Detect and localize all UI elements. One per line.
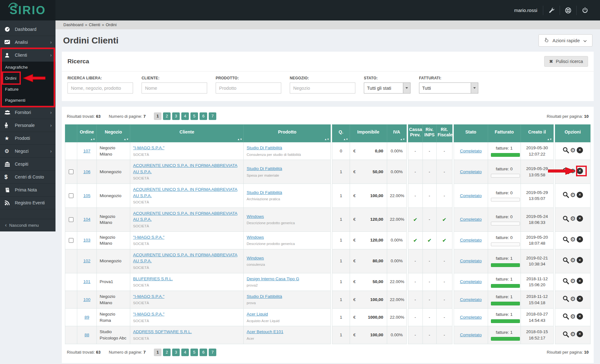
page-button-5[interactable]: 5 xyxy=(190,349,198,356)
prodotto-link[interactable]: Windows xyxy=(247,235,264,240)
order-number-link[interactable]: 107 xyxy=(83,149,90,153)
row-checkbox[interactable] xyxy=(69,217,73,222)
row-checkbox[interactable] xyxy=(69,193,73,198)
sidebar-item-personale[interactable]: Personale › xyxy=(0,119,55,132)
gear-icon[interactable]: ⚙ xyxy=(570,147,576,153)
stato-link[interactable]: Completato xyxy=(460,279,482,284)
cliente-link[interactable]: ADDRESS SOFTWARE S.R.L. xyxy=(133,329,192,334)
sort-arrows-icon[interactable]: ▲▼ xyxy=(90,138,95,141)
clear-search-button[interactable]: ✖ Pulisci ricerca xyxy=(544,56,588,67)
help-lifering-icon[interactable] xyxy=(560,7,576,14)
view-order-icon[interactable] xyxy=(562,236,569,243)
sidebar-subitem-anagrafiche[interactable]: Anagrafiche xyxy=(0,62,55,73)
page-button-4[interactable]: 4 xyxy=(181,112,189,120)
order-number-link[interactable]: 101 xyxy=(83,279,90,284)
sort-arrows-icon[interactable]: ▲▼ xyxy=(400,138,405,141)
order-number-link[interactable]: 106 xyxy=(83,169,90,174)
order-number-link[interactable]: 89 xyxy=(84,315,89,320)
view-order-icon[interactable] xyxy=(562,147,569,153)
sidebar-subitem-fatture[interactable]: Fatture xyxy=(0,84,55,95)
view-order-icon[interactable] xyxy=(562,295,569,302)
prodotto-link[interactable]: Acer Liquid xyxy=(247,312,268,316)
order-number-link[interactable]: 103 xyxy=(83,238,90,242)
gear-icon[interactable]: ⚙ xyxy=(570,215,576,222)
col-header-negozio[interactable]: Negozio▲▼ xyxy=(97,125,130,142)
username[interactable]: mario.rossi xyxy=(509,8,543,13)
fatturati-select[interactable]: Tutti xyxy=(419,82,478,94)
gear-icon[interactable]: ⚙ xyxy=(570,257,576,263)
delete-order-icon[interactable]: ✕ xyxy=(577,215,583,222)
row-checkbox[interactable] xyxy=(69,169,73,174)
cliente-link[interactable]: "I-MAGO S.P.A." xyxy=(133,235,164,240)
sidebar-item-centri-di-costo[interactable]: $ Centri di Costo xyxy=(0,171,55,184)
prodotto-link[interactable]: Studio Di Fattibilità xyxy=(247,145,282,150)
hide-menu-button[interactable]: ‹ Nascondi menu xyxy=(0,219,55,231)
stato-link[interactable]: Completato xyxy=(460,217,482,222)
prodotto-link[interactable]: Windows xyxy=(247,256,264,260)
negozio-input[interactable] xyxy=(290,82,355,94)
delete-order-icon[interactable]: ✕ xyxy=(577,168,583,174)
view-order-icon[interactable] xyxy=(562,215,569,222)
col-header-creato[interactable]: Creato il▲▼ xyxy=(521,125,553,142)
col-header-ordine[interactable]: Ordine▲▼ xyxy=(77,125,97,142)
sidebar-item-prima-nota[interactable]: Prima Nota xyxy=(0,184,55,196)
stato-link[interactable]: Completato xyxy=(460,149,482,153)
prodotto-link[interactable]: Studio Di Fattibilità xyxy=(247,190,282,195)
sort-arrows-icon[interactable]: ▲▼ xyxy=(324,138,329,141)
sidebar-item-analisi[interactable]: Analisi › xyxy=(0,36,55,49)
view-order-icon[interactable] xyxy=(562,313,569,320)
breadcrumb-clienti[interactable]: Clienti xyxy=(89,22,100,27)
prodotto-input[interactable] xyxy=(216,82,281,94)
view-order-icon[interactable] xyxy=(562,331,569,338)
sidebar-item-dashboard[interactable]: Dashboard xyxy=(0,23,55,36)
gear-icon[interactable]: ⚙ xyxy=(570,331,576,337)
order-number-link[interactable]: 104 xyxy=(83,217,90,222)
prodotto-link[interactable]: Design Interno Casa Tipo G xyxy=(247,276,299,281)
app-logo[interactable]: SIRIO xyxy=(0,0,55,20)
stato-link[interactable]: Completato xyxy=(460,315,482,320)
gear-icon[interactable]: ⚙ xyxy=(570,278,576,284)
gear-icon[interactable]: ⚙ xyxy=(570,192,576,198)
prodotto-link[interactable]: Studio Di Fattibilità xyxy=(247,166,282,171)
view-order-icon[interactable] xyxy=(562,191,569,198)
order-number-link[interactable]: 102 xyxy=(83,259,90,263)
delete-order-icon[interactable]: ✕ xyxy=(577,313,583,320)
view-order-icon[interactable] xyxy=(562,278,569,284)
order-number-link[interactable]: 105 xyxy=(83,193,90,198)
sidebar-item-fornitori[interactable]: Fornitori › xyxy=(0,106,55,119)
sidebar-item-registro-eventi[interactable]: Registro Eventi xyxy=(0,196,55,209)
delete-order-icon[interactable]: ✕ xyxy=(577,331,583,337)
delete-order-icon[interactable]: ✕ xyxy=(577,236,583,242)
stato-select[interactable]: Tutti gli stati xyxy=(364,82,411,94)
col-header-iva[interactable]: IVA▲▼ xyxy=(387,125,406,142)
delete-order-icon[interactable]: ✕ xyxy=(577,278,583,284)
cliente-link[interactable]: ACQUIRENTE UNICO S.P.A. IN FORMA ABBREVI… xyxy=(133,211,237,222)
stato-link[interactable]: Completato xyxy=(460,193,482,198)
cliente-link[interactable]: BLUFERRIES S.R.L. xyxy=(133,276,173,281)
page-button-4[interactable]: 4 xyxy=(181,349,189,356)
cliente-link[interactable]: ACQUIRENTE UNICO S.P.A. IN FORMA ABBREVI… xyxy=(133,253,237,264)
sidebar-item-clienti[interactable]: Clienti › xyxy=(0,49,55,62)
breadcrumb-ordini[interactable]: Ordini xyxy=(106,22,117,27)
view-order-icon[interactable] xyxy=(562,168,569,174)
page-button-7[interactable]: 7 xyxy=(209,349,216,356)
cliente-link[interactable]: "I-MAGO S.P.A." xyxy=(133,312,164,316)
gear-icon[interactable]: ⚙ xyxy=(570,313,576,320)
page-button-1[interactable]: 1 xyxy=(154,112,161,120)
page-button-3[interactable]: 3 xyxy=(172,112,180,120)
sort-arrows-icon[interactable]: ▲▼ xyxy=(547,138,552,141)
prodotto-link[interactable]: Windows xyxy=(247,214,264,219)
stato-link[interactable]: Completato xyxy=(460,169,482,174)
delete-order-icon[interactable]: ✕ xyxy=(577,147,583,153)
page-button-5[interactable]: 5 xyxy=(190,112,198,120)
cliente-input[interactable] xyxy=(142,82,207,94)
breadcrumb-dashboard[interactable]: Dashboard xyxy=(63,22,84,27)
page-button-3[interactable]: 3 xyxy=(172,349,180,356)
order-number-link[interactable]: 88 xyxy=(84,333,89,337)
wrench-icon[interactable] xyxy=(543,7,560,13)
page-button-6[interactable]: 6 xyxy=(200,349,207,356)
free-search-input[interactable] xyxy=(67,82,133,94)
sort-arrows-icon[interactable]: ▲▼ xyxy=(343,138,348,141)
prodotto-link[interactable]: Acer Betouch E101 xyxy=(247,329,283,334)
sidebar-item-prodotti[interactable]: ★ Prodotti xyxy=(0,132,55,145)
